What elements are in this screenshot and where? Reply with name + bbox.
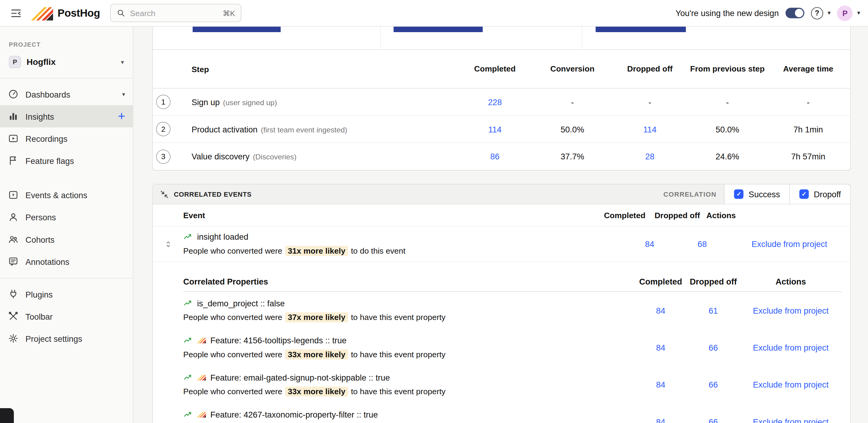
dropped-off-count-link[interactable]: 68 bbox=[676, 239, 729, 249]
dropoff-filter-checkbox[interactable]: ✓ Dropoff bbox=[789, 184, 850, 204]
user-chevron-down-icon[interactable]: ▾ bbox=[857, 9, 860, 17]
top-navbar: PostHog ⌘K You're using the new design ?… bbox=[0, 0, 868, 27]
dropped-off-count-link[interactable]: 66 bbox=[687, 343, 740, 352]
posthog-flag-icon bbox=[197, 374, 206, 381]
sidebar-toggle-icon[interactable] bbox=[8, 5, 25, 22]
dropped-off-count-link[interactable]: 66 bbox=[687, 417, 740, 423]
plugins-icon bbox=[8, 289, 19, 300]
sidebar-item-persons[interactable]: Persons bbox=[0, 206, 133, 228]
completed-count-link[interactable]: 228 bbox=[456, 97, 534, 107]
posthog-logo-icon bbox=[31, 6, 53, 20]
correlated-events-title: CORRELATED EVENTS bbox=[174, 190, 252, 198]
search-input[interactable] bbox=[130, 8, 218, 17]
from-previous-value: 24.6% bbox=[689, 152, 766, 161]
sidebar-item-recordings[interactable]: Recordings bbox=[0, 127, 133, 149]
completed-count-link[interactable]: 86 bbox=[456, 152, 534, 161]
from-previous-value: 50.0% bbox=[689, 124, 766, 133]
exclude-from-project-link[interactable]: Exclude from project bbox=[740, 343, 842, 352]
trend-up-icon bbox=[183, 336, 193, 345]
posthog-flag-icon bbox=[197, 337, 206, 343]
col-completed: Completed bbox=[598, 211, 651, 219]
global-search[interactable]: ⌘K bbox=[110, 4, 241, 22]
sidebar-item-cohorts[interactable]: Cohorts bbox=[0, 228, 133, 250]
col-average-time: Average time bbox=[766, 63, 850, 74]
sidebar-item-label: Feature flags bbox=[26, 156, 125, 165]
correlated-events-card: CORRELATED EVENTS CORRELATION ✓ Success … bbox=[152, 184, 851, 423]
expand-collapse-icon[interactable] bbox=[153, 240, 183, 248]
sidebar-item-events-actions[interactable]: Events & actions bbox=[0, 184, 133, 206]
funnel-bar[interactable] bbox=[193, 27, 281, 32]
sidebar-item-insights[interactable]: Insights + bbox=[0, 105, 133, 127]
sidebar-item-plugins[interactable]: Plugins bbox=[0, 283, 133, 305]
new-insight-button[interactable]: + bbox=[118, 110, 125, 122]
sidebar-item-annotations[interactable]: Annotations bbox=[0, 250, 133, 272]
sidebar-item-toolbar[interactable]: Toolbar bbox=[0, 305, 133, 327]
completed-count-link[interactable]: 84 bbox=[634, 417, 687, 423]
filter-label: Success bbox=[749, 189, 780, 199]
exclude-from-project-link[interactable]: Exclude from project bbox=[728, 239, 850, 249]
completed-count-link[interactable]: 84 bbox=[634, 343, 687, 352]
average-time-value: - bbox=[766, 97, 850, 107]
correlated-event-row: insight loaded People who converted were… bbox=[153, 226, 850, 262]
steps-table-header: Step Completed Conversion Dropped off Fr… bbox=[153, 50, 850, 89]
correlated-property-row: is_demo_project :: false People who conv… bbox=[183, 292, 842, 329]
multiplier-highlight: 33x more likely bbox=[285, 350, 348, 359]
from-previous-value: - bbox=[689, 97, 766, 107]
exclude-from-project-link[interactable]: Exclude from project bbox=[740, 380, 842, 389]
correlation-sentence: People who converted were 33x more likel… bbox=[183, 350, 634, 359]
step-detail: (first team event ingested) bbox=[261, 125, 347, 133]
help-icon[interactable]: ? bbox=[811, 7, 823, 19]
multiplier-highlight: 33x more likely bbox=[285, 387, 348, 397]
dropped-off-count-link[interactable]: 61 bbox=[687, 306, 740, 315]
step-name: Value discovery bbox=[191, 152, 250, 161]
new-design-toggle[interactable] bbox=[786, 8, 804, 19]
step-row: 2 Product activation(first team event in… bbox=[153, 116, 850, 143]
col-correlated-properties: Correlated Properties bbox=[183, 277, 634, 286]
toolbar-icon bbox=[8, 310, 19, 322]
funnel-bars-strip bbox=[153, 27, 850, 50]
sidebar-item-label: Events & actions bbox=[26, 190, 125, 200]
conversion-value: 50.0% bbox=[534, 124, 611, 133]
completed-count-link[interactable]: 84 bbox=[623, 239, 676, 249]
sidebar-item-feature-flags[interactable]: Feature flags bbox=[0, 150, 133, 172]
sidebar: PROJECT P Hogflix ▾ Dashboards ▾ Insight… bbox=[0, 27, 133, 423]
sidebar-item-label: Dashboards bbox=[26, 89, 115, 99]
sentence-prefix: People who converted were bbox=[183, 246, 282, 255]
checkbox-checked-icon: ✓ bbox=[799, 189, 809, 199]
completed-count-link[interactable]: 84 bbox=[634, 380, 687, 389]
sidebar-divider bbox=[0, 278, 133, 279]
col-conversion: Conversion bbox=[534, 63, 611, 74]
completed-count-link[interactable]: 114 bbox=[456, 124, 534, 133]
new-design-label: You're using the new design bbox=[675, 8, 779, 18]
sidebar-item-label: Recordings bbox=[26, 133, 125, 143]
correlated-properties-section: Correlated Properties Completed Dropped … bbox=[183, 272, 842, 423]
dropped-off-count-link[interactable]: 66 bbox=[687, 380, 740, 389]
col-actions: Actions bbox=[704, 211, 825, 219]
funnel-bar[interactable] bbox=[596, 27, 686, 32]
correlated-property-row: Feature: 4267-taxonomic-property-filter … bbox=[183, 403, 842, 423]
events-icon bbox=[8, 189, 19, 201]
sidebar-item-dashboards[interactable]: Dashboards ▾ bbox=[0, 83, 133, 105]
sidebar-spacer bbox=[0, 172, 133, 184]
step-number-badge: 3 bbox=[156, 149, 170, 164]
project-switcher[interactable]: P Hogflix ▾ bbox=[0, 53, 133, 71]
exclude-from-project-link[interactable]: Exclude from project bbox=[740, 306, 842, 315]
completed-count-link[interactable]: 84 bbox=[634, 306, 687, 315]
bottom-left-corner-widget[interactable] bbox=[0, 408, 14, 423]
success-filter-checkbox[interactable]: ✓ Success bbox=[724, 184, 789, 204]
help-chevron-down-icon[interactable]: ▾ bbox=[828, 9, 831, 17]
sidebar-item-project-settings[interactable]: Project settings bbox=[0, 327, 133, 350]
trend-up-icon bbox=[183, 373, 193, 382]
sidebar-item-label: Cohorts bbox=[26, 235, 125, 244]
step-name: Product activation bbox=[191, 124, 257, 133]
posthog-app: PostHog ⌘K You're using the new design ?… bbox=[0, 0, 868, 423]
chevron-down-icon: ▾ bbox=[122, 91, 125, 98]
posthog-logo[interactable]: PostHog bbox=[31, 6, 100, 20]
correlated-property-row: Feature: 4156-tooltips-legends :: true P… bbox=[183, 329, 842, 366]
dropped-off-count-link[interactable]: 28 bbox=[611, 152, 689, 161]
exclude-from-project-link[interactable]: Exclude from project bbox=[740, 417, 842, 423]
dropped-off-count-link[interactable]: 114 bbox=[611, 124, 689, 133]
user-avatar[interactable]: P bbox=[837, 5, 852, 21]
correlation-icon bbox=[159, 189, 169, 199]
funnel-bar[interactable] bbox=[394, 27, 483, 32]
